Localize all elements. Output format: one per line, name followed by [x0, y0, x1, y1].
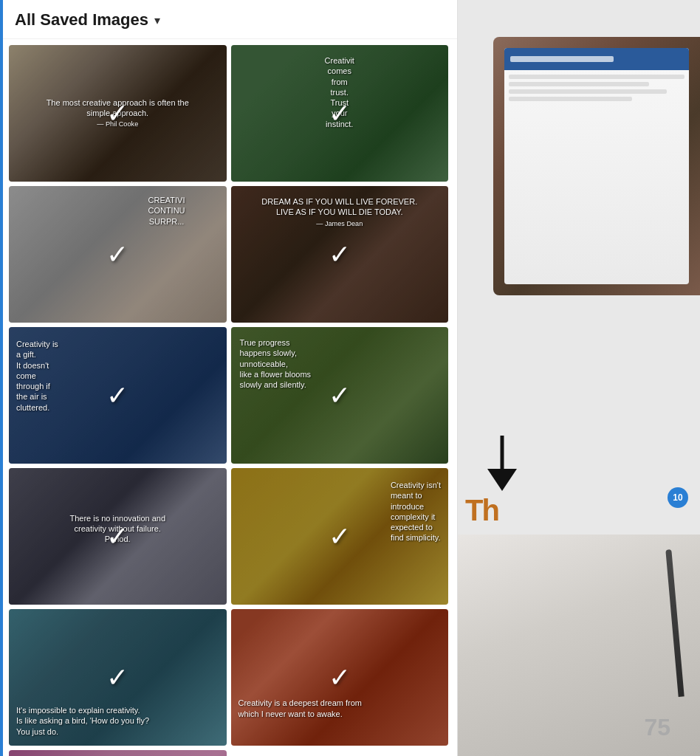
- phone-bar: [510, 56, 614, 62]
- arrow-container: [480, 436, 524, 498]
- page-title: All Saved Images: [15, 10, 148, 30]
- image-grid: The most creative approach is often thes…: [0, 39, 457, 756]
- checkmark-icon: ✓: [329, 100, 351, 127]
- image-cell[interactable]: The most creative approach is often thes…: [9, 45, 227, 182]
- checkmark-icon: ✓: [106, 241, 128, 268]
- image-cell[interactable]: Creativity isa gift.It doesn'tcomethroug…: [9, 327, 227, 464]
- image-cell[interactable]: Creativitcomesfromtrust.Trustyourinstinc…: [231, 45, 449, 182]
- phone-mockup: [493, 37, 700, 295]
- checkmark-icon: ✓: [329, 382, 351, 409]
- image-cell[interactable]: True progresshappens slowly,unnoticeable…: [231, 327, 449, 464]
- image-cell[interactable]: Creativity is a deepest dream fromwhich …: [231, 609, 449, 746]
- image-caption: CREATIVICONTINUSURPR...: [107, 190, 227, 231]
- image-cell[interactable]: There is no innovation andcreativity wit…: [9, 468, 227, 605]
- blue-left-border: [0, 0, 3, 756]
- right-panel: 10 Th: [458, 0, 700, 756]
- image-cell[interactable]: Creativity isn'tmeant tointroducecomplex…: [231, 468, 449, 605]
- chevron-down-icon[interactable]: ▾: [154, 13, 160, 27]
- checkmark-icon: ✓: [106, 664, 128, 691]
- phone-screen: [504, 48, 689, 284]
- checkmark-icon: ✓: [329, 664, 351, 691]
- image-caption: Creativity isa gift.It doesn'tcomethroug…: [12, 334, 63, 417]
- checkmark-icon: ✓: [106, 100, 128, 127]
- image-cell[interactable]: [9, 750, 227, 756]
- checkmark-icon: ✓: [329, 523, 351, 550]
- image-cell[interactable]: It's impossible to explain creativity.Is…: [9, 609, 227, 746]
- image-overlay: [9, 750, 227, 756]
- checkmark-icon: ✓: [329, 241, 351, 268]
- svg-marker-1: [487, 469, 517, 491]
- checkmark-icon: ✓: [106, 382, 128, 409]
- down-arrow-icon: [480, 436, 524, 495]
- notification-badge: 10: [668, 487, 688, 508]
- badge-wrapper: 10: [668, 487, 688, 508]
- image-cell[interactable]: DREAM AS IF YOU WILL LIVE FOREVER.LIVE A…: [231, 186, 449, 323]
- preview-number: 75: [644, 714, 670, 741]
- header: All Saved Images ▾: [0, 0, 457, 39]
- main-container: All Saved Images ▾ The most creative app…: [0, 0, 700, 756]
- image-caption: Creativity is a deepest dream fromwhich …: [234, 693, 367, 724]
- image-caption: It's impossible to explain creativity.Is…: [12, 701, 154, 741]
- image-cell[interactable]: CREATIVICONTINUSURPR... ✓: [9, 186, 227, 323]
- image-caption: Creativity isn'tmeant tointroducecomplex…: [386, 475, 445, 548]
- image-caption: DREAM AS IF YOU WILL LIVE FOREVER.LIVE A…: [257, 192, 422, 233]
- left-panel: All Saved Images ▾ The most creative app…: [0, 0, 458, 756]
- phone-content: [504, 70, 689, 109]
- checkmark-icon: ✓: [106, 523, 128, 550]
- phone-header: [504, 48, 689, 70]
- right-preview-bottom: 75: [458, 535, 700, 756]
- image-caption: True progresshappens slowly,unnoticeable…: [236, 333, 316, 394]
- preview-letter: Th: [465, 494, 498, 527]
